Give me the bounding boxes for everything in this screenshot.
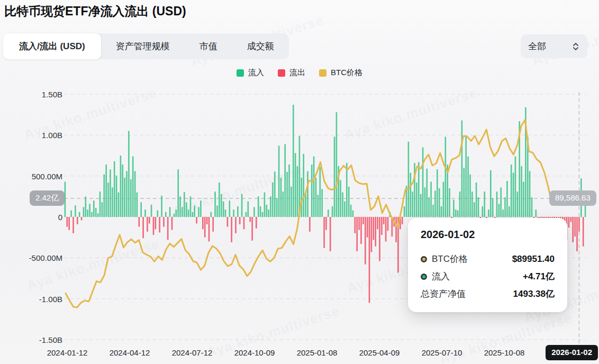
crosshair-price-badge: 89,586.63	[549, 190, 596, 206]
y-axis-tick-label: 0	[25, 213, 62, 222]
tooltip-value: +4.71亿	[523, 270, 555, 283]
crosshair-flow-badge: 2.42亿	[30, 190, 65, 206]
y-axis-tick-label: -500.00M	[25, 253, 62, 262]
tooltip-label: BTC价格	[432, 253, 468, 265]
x-axis-tick-label: 2025-01-08	[297, 348, 338, 357]
x-axis-tick-label: 2025-10-08	[484, 348, 525, 357]
y-axis-tick-label: 500.00M	[25, 171, 62, 180]
etf-flow-dashboard: Aya kiko.multiverseAya kiko.multiverseAy…	[0, 0, 599, 364]
crosshair-date-badge: 2026-01-02	[546, 345, 598, 360]
chart-tooltip: 2026-01-02 BTC价格 $89951.40 流入 +4.71亿 总资产…	[408, 218, 567, 312]
tooltip-date: 2026-01-02	[421, 229, 555, 241]
tooltip-label: 流入	[432, 270, 450, 283]
tooltip-label: 总资产净值	[421, 288, 466, 300]
y-axis-tick-label: -1.00B	[25, 294, 62, 303]
tooltip-row-total-net-assets: 总资产净值 1493.38亿	[421, 285, 555, 303]
tooltip-value: 1493.38亿	[513, 288, 555, 300]
x-axis-tick-label: 2024-01-12	[47, 348, 88, 357]
tooltip-row-inflow: 流入 +4.71亿	[421, 268, 555, 285]
btc-price-dot-icon	[421, 256, 427, 262]
x-axis-tick-label: 2025-04-09	[359, 348, 400, 357]
x-axis-tick-label: 2024-10-09	[234, 348, 275, 357]
y-axis-tick-label: 1.00B	[25, 131, 62, 140]
inflow-dot-icon	[421, 274, 427, 280]
y-axis-tick-label: 1.50B	[25, 90, 62, 99]
x-axis-tick-label: 2025-07-10	[422, 348, 462, 357]
x-axis-tick-label: 2024-07-12	[172, 348, 213, 357]
tooltip-row-btc-price: BTC价格 $89951.40	[421, 250, 555, 268]
y-axis-tick-label: -1.50B	[25, 335, 62, 344]
x-axis-tick-label: 2024-04-12	[110, 348, 150, 357]
tooltip-value: $89951.40	[512, 254, 555, 265]
